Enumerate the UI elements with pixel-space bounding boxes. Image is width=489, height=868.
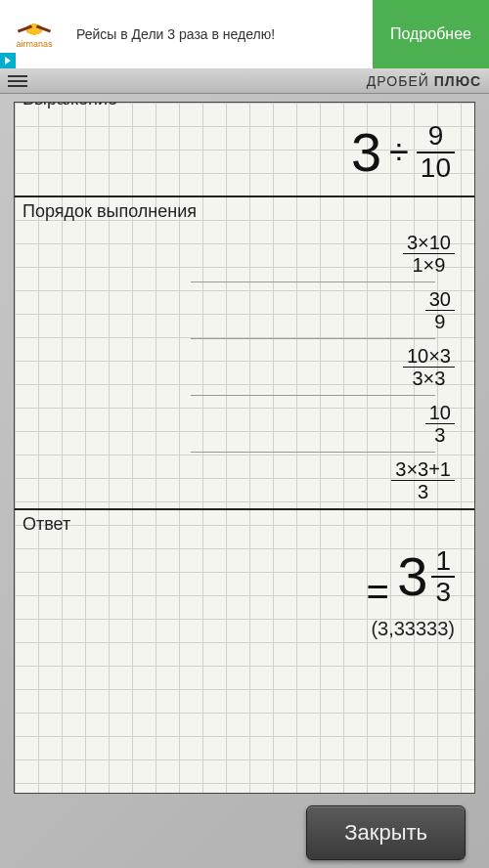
equals-sign: = <box>366 570 388 613</box>
close-button[interactable]: Закрыть <box>306 805 466 860</box>
steps-label: Порядок выполнения <box>15 197 474 226</box>
answer-whole: 3 <box>397 549 427 604</box>
adchoices-icon[interactable] <box>0 53 16 68</box>
expression-operator: ÷ <box>389 132 409 173</box>
ad-brand-text: airmanas <box>16 39 52 49</box>
step-row: 30 9 <box>15 282 474 338</box>
answer-row: = 3 1 3 <box>15 539 474 618</box>
expression-fraction: 9 10 <box>417 121 455 184</box>
answer-decimal: (3,33333) <box>15 618 474 648</box>
expression-row: 3 ÷ 9 10 <box>15 113 474 195</box>
step-row: 10 3 <box>15 396 474 452</box>
answer-fraction: 1 3 <box>431 546 455 609</box>
step-row: 10×3 3×3 <box>15 339 474 395</box>
ad-logo-icon <box>20 20 49 39</box>
ad-cta-button[interactable]: Подробнее <box>373 0 489 68</box>
button-row: Закрыть <box>14 794 475 860</box>
topbar: ДРОБЕЙ ПЛЮС <box>0 68 489 94</box>
content-area: Выражение 3 ÷ 9 10 Порядок выполнения 3×… <box>0 94 489 868</box>
answer-label: Ответ <box>15 510 474 539</box>
app-title: ДРОБЕЙ ПЛЮС <box>367 73 481 89</box>
menu-icon[interactable] <box>8 75 27 87</box>
ad-banner[interactable]: airmanas Рейсы в Дели 3 раза в неделю! П… <box>0 0 489 68</box>
paper-sheet: Выражение 3 ÷ 9 10 Порядок выполнения 3×… <box>14 102 475 794</box>
expression-whole: 3 <box>351 125 381 180</box>
expression-label: Выражение <box>15 102 474 113</box>
ad-text: Рейсы в Дели 3 раза в неделю! <box>68 26 373 42</box>
step-row: 3×10 1×9 <box>15 226 474 282</box>
step-row: 3×3+1 3 <box>15 453 474 508</box>
